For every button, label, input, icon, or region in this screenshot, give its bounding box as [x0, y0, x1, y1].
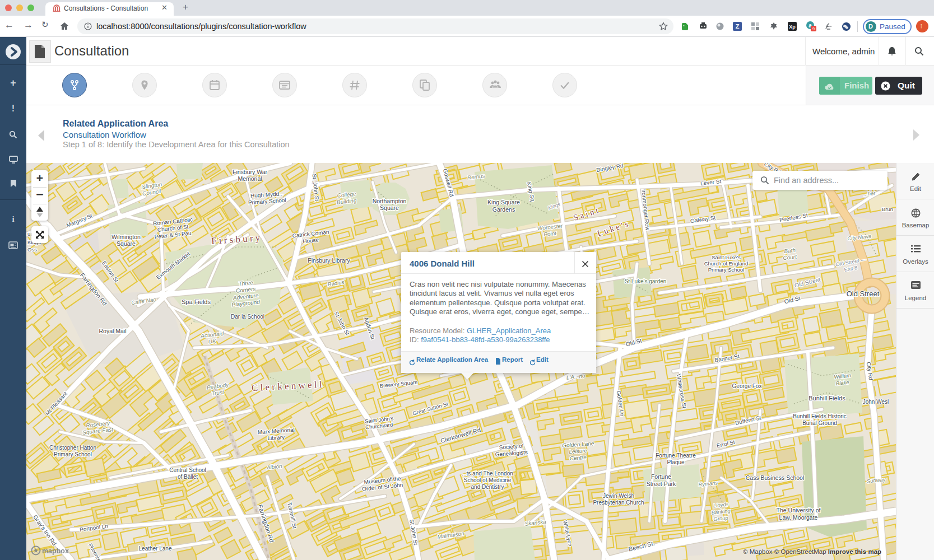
svg-text:Centre: Centre: [569, 454, 587, 461]
svg-text:Saint Luke's: Saint Luke's: [712, 254, 741, 260]
svg-text:Square: Square: [117, 240, 136, 247]
svg-text:Law, Moorgate: Law, Moorgate: [779, 514, 818, 521]
svg-text:Dar la School: Dar la School: [231, 314, 264, 320]
svg-text:Brun: Brun: [882, 206, 893, 212]
svg-text:Old Street: Old Street: [847, 290, 880, 298]
svg-text:Leather Lane: Leather Lane: [139, 545, 172, 552]
svg-text:mapbox: mapbox: [42, 547, 69, 555]
svg-text:Z: Z: [736, 23, 740, 30]
svg-text:Xp: Xp: [789, 24, 796, 30]
svg-text:Square: Square: [380, 204, 399, 211]
svg-text:UK: UK: [208, 338, 217, 345]
svg-text:Spa Fields: Spa Fields: [182, 298, 211, 305]
svg-text:Library: Library: [267, 434, 285, 441]
svg-text:Memorial: Memorial: [238, 175, 262, 182]
svg-text:Cass Business School: Cass Business School: [746, 474, 804, 481]
svg-text:Finsbury Library: Finsbury Library: [308, 257, 350, 264]
svg-text:Jewin Welsh: Jewin Welsh: [603, 493, 634, 499]
svg-text:Bath: Bath: [784, 247, 796, 254]
svg-text:9: 9: [812, 26, 815, 31]
svg-text:...ts and The London: ...ts and The London: [462, 470, 513, 477]
svg-text:Plaque: Plaque: [667, 459, 685, 465]
svg-text:Bunhill Fields: Bunhill Fields: [808, 395, 845, 402]
svg-text:Primary School: Primary School: [54, 451, 92, 458]
svg-text:Christopher Hatton: Christopher Hatton: [49, 445, 96, 451]
svg-text:Gardens: Gardens: [492, 206, 515, 213]
svg-text:Bunhill Fields Historic: Bunhill Fields Historic: [793, 413, 847, 419]
svg-text:Fortune Theatre: Fortune Theatre: [656, 452, 696, 459]
svg-text:John Wesl: John Wesl: [863, 399, 889, 405]
svg-text:Fortune: Fortune: [651, 473, 671, 480]
svg-text:...her: ...her: [863, 190, 876, 197]
svg-text:Central School: Central School: [169, 467, 206, 473]
svg-text:Primary School: Primary School: [708, 267, 744, 273]
svg-text:Oss: Oss: [27, 246, 37, 253]
svg-text:Northampton: Northampton: [373, 198, 407, 204]
svg-text:School of Medicine: School of Medicine: [464, 477, 512, 483]
svg-text:of Ballet: of Ballet: [178, 474, 198, 480]
svg-text:Leisure: Leisure: [569, 447, 588, 455]
svg-text:Church of England: Church of England: [704, 260, 749, 267]
svg-text:Burial Ground: Burial Ground: [802, 420, 837, 426]
svg-text:King Square: King Square: [487, 199, 520, 206]
svg-text:and Dentistry: and Dentistry: [471, 484, 504, 490]
svg-text:Wilmington: Wilmington: [111, 234, 141, 240]
svg-text:St Luke's garden: St Luke's garden: [625, 278, 667, 284]
svg-text:George Fox: George Fox: [732, 383, 762, 389]
svg-text:The University of: The University of: [777, 507, 821, 514]
svg-text:Presbyterian Church: Presbyterian Church: [593, 500, 644, 506]
svg-text:Finsbury War: Finsbury War: [233, 169, 268, 175]
svg-text:Royal Mail: Royal Mail: [99, 328, 126, 334]
svg-text:Street Park: Street Park: [647, 480, 676, 487]
